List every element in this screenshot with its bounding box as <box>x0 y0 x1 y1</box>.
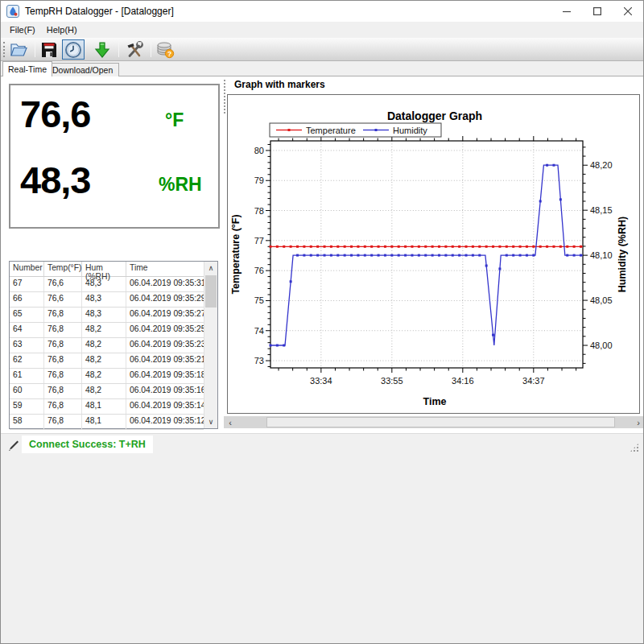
pen-status-icon <box>7 439 20 452</box>
table-cell: 48,1 <box>82 415 126 429</box>
table-vertical-scrollbar[interactable]: ∧ ∨ <box>204 262 217 428</box>
table-header: Number Temp(°F) Hum (%RH) Time <box>10 262 217 277</box>
temperature-unit: °F <box>165 109 184 131</box>
minimize-button[interactable] <box>551 1 582 22</box>
menu-help[interactable]: Help(H) <box>41 22 83 38</box>
svg-text:?: ? <box>167 49 171 57</box>
svg-text:Humidity: Humidity <box>393 126 427 135</box>
save-button[interactable] <box>38 39 60 60</box>
minimize-icon <box>563 7 571 15</box>
real-time-tab-page: 76,6 °F 48,3 %RH Number Temp(°F) Hum (%R… <box>1 76 643 433</box>
chart-text: Datalogger GraphTimeTemperature (°F)Humi… <box>230 109 628 407</box>
open-file-button[interactable] <box>7 39 30 60</box>
table-row[interactable]: 6276,848,206.04.2019 09:35:21 <box>10 353 204 369</box>
table-cell: 67 <box>10 277 44 291</box>
svg-text:48,00: 48,00 <box>590 341 613 350</box>
readout-panel: 76,6 °F 48,3 %RH <box>9 84 220 229</box>
table-cell: 06.04.2019 09:35:25 <box>126 323 204 337</box>
table-cell: 06.04.2019 09:35:18 <box>126 369 204 383</box>
table-cell: 76,8 <box>44 338 82 353</box>
table-cell: 06.04.2019 09:35:27 <box>126 308 204 322</box>
table-row[interactable]: 6676,648,306.04.2019 09:35:29 <box>10 292 204 308</box>
settings-tools-button[interactable] <box>123 39 146 60</box>
table-cell: 48,3 <box>82 308 126 322</box>
scrollbar-thumb[interactable] <box>205 275 217 308</box>
svg-text:Temperature (°F): Temperature (°F) <box>230 214 242 294</box>
svg-text:Temperature: Temperature <box>306 126 356 135</box>
scroll-right-button[interactable]: › <box>632 416 644 428</box>
svg-text:Time: Time <box>423 396 447 407</box>
table-row[interactable]: 6476,848,206.04.2019 09:35:25 <box>10 323 204 338</box>
resize-grip[interactable] <box>630 443 639 452</box>
table-cell: 48,3 <box>82 292 126 307</box>
table-cell: 76,8 <box>44 369 82 383</box>
table-cell: 48,2 <box>82 353 126 368</box>
download-button[interactable] <box>91 39 114 60</box>
humidity-unit: %RH <box>159 174 202 196</box>
table-cell: 76,8 <box>44 415 82 429</box>
humidity-value: 48,3 <box>20 158 90 202</box>
table-row[interactable]: 6776,648,306.04.2019 09:35:31 <box>10 277 204 292</box>
status-bar: Connect Success: T+RH <box>1 433 643 644</box>
app-window: TempRH Datalogger - [Datalogger] File(F)… <box>0 0 644 644</box>
temperature-value: 76,6 <box>20 92 90 136</box>
table-cell: 60 <box>10 384 44 398</box>
svg-text:77: 77 <box>254 236 264 246</box>
open-folder-icon <box>9 40 28 60</box>
table-cell: 06.04.2019 09:35:29 <box>126 292 204 307</box>
table-cell: 48,2 <box>82 384 126 398</box>
toolbar-grip[interactable] <box>3 42 6 57</box>
svg-text:48,05: 48,05 <box>590 295 613 305</box>
tools-icon <box>125 40 144 60</box>
table-cell: 76,8 <box>44 308 82 322</box>
svg-text:73: 73 <box>254 356 264 365</box>
maximize-button[interactable] <box>582 1 613 22</box>
svg-text:48,15: 48,15 <box>590 205 613 215</box>
table-row[interactable]: 6376,848,206.04.2019 09:35:23 <box>10 338 204 353</box>
table-cell: 76,8 <box>44 384 82 398</box>
table-cell: 06.04.2019 09:35:16 <box>126 384 204 398</box>
tab-real-time[interactable]: Real-Time <box>2 61 52 76</box>
app-icon <box>6 5 19 18</box>
chart-legend: TemperatureHumidity <box>270 123 441 137</box>
maximize-icon <box>593 7 601 15</box>
table-row[interactable]: 6176,848,206.04.2019 09:35:18 <box>10 369 204 384</box>
table-row[interactable]: 6076,848,206.04.2019 09:35:16 <box>10 384 204 399</box>
close-button[interactable] <box>613 1 643 22</box>
table-cell: 48,2 <box>82 369 126 383</box>
table-cell: 63 <box>10 338 44 353</box>
scroll-left-button[interactable]: ‹ <box>224 416 237 428</box>
table-cell: 65 <box>10 308 44 322</box>
scroll-down-button[interactable]: ∨ <box>204 415 217 428</box>
graph-group-label: Graph with markers <box>234 79 325 90</box>
table-row[interactable]: 5876,848,106.04.2019 09:35:12 <box>10 415 204 430</box>
scroll-up-button[interactable]: ∧ <box>204 262 217 275</box>
column-header-hum[interactable]: Hum (%RH) <box>82 262 126 276</box>
graph-horizontal-scrollbar[interactable]: ‹ › <box>224 416 644 428</box>
scrollbar-thumb[interactable] <box>266 417 615 427</box>
table-cell: 76,8 <box>44 399 82 414</box>
chart-svg: 737475767778798048,0048,0548,1048,1548,2… <box>228 95 641 415</box>
toolbar: ? <box>1 38 643 61</box>
svg-text:Humidity (%RH): Humidity (%RH) <box>617 217 628 292</box>
panel-splitter-grip[interactable] <box>224 80 226 114</box>
svg-text:34:16: 34:16 <box>452 376 474 386</box>
close-icon <box>624 7 632 15</box>
table-row[interactable]: 5976,848,106.04.2019 09:35:14 <box>10 399 204 415</box>
table-cell: 48,1 <box>82 399 126 414</box>
realtime-clock-button[interactable] <box>62 39 85 60</box>
table-cell: 48,2 <box>82 323 126 337</box>
svg-text:33:55: 33:55 <box>381 376 403 386</box>
table-cell: 76,6 <box>44 292 82 307</box>
svg-text:75: 75 <box>254 295 264 305</box>
table-row[interactable]: 6576,848,306.04.2019 09:35:27 <box>10 308 204 323</box>
series-humidity <box>270 164 584 347</box>
column-header-number[interactable]: Number <box>10 262 44 276</box>
device-info-button[interactable]: ? <box>154 39 176 60</box>
tab-download-open[interactable]: Download/Open <box>46 63 119 76</box>
svg-text:33:34: 33:34 <box>310 376 332 386</box>
menu-file[interactable]: File(F) <box>4 22 41 38</box>
table-cell: 06.04.2019 09:35:21 <box>126 353 204 368</box>
column-header-temp[interactable]: Temp(°F) <box>44 262 82 276</box>
table-cell: 76,6 <box>44 277 82 291</box>
